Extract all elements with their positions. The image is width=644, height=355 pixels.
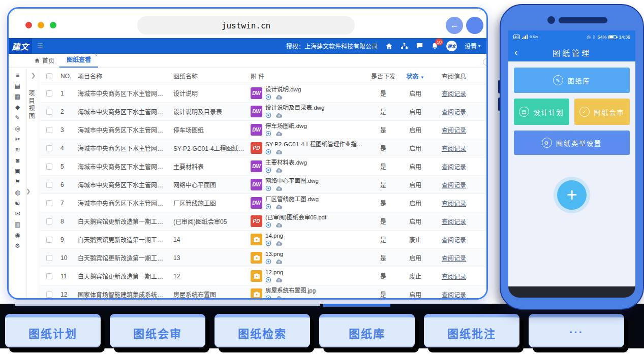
draw-icon[interactable]: ✎ (15, 115, 20, 121)
view-records-link[interactable]: 查阅记录 (442, 218, 466, 225)
brand-avatar[interactable]: 建文 (446, 41, 457, 51)
file-name[interactable]: 网络中心平面图.dwg (265, 178, 319, 184)
drawing-library-button[interactable]: ✎ 图纸库 (514, 68, 630, 93)
download-cloud-icon[interactable] (275, 204, 283, 210)
file-name[interactable]: 14.png (265, 233, 283, 239)
preview-eye-icon[interactable] (265, 149, 271, 155)
sitemap-icon[interactable] (401, 42, 408, 50)
preview-eye-icon[interactable] (265, 185, 271, 191)
preview-eye-icon[interactable] (265, 204, 271, 210)
preview-eye-icon[interactable] (265, 295, 271, 299)
close-icon[interactable]: × (95, 53, 98, 58)
download-cloud-icon[interactable] (275, 185, 283, 191)
download-cloud-icon[interactable] (275, 149, 283, 155)
panel-expander-icon[interactable]: ❯ (27, 68, 40, 79)
download-cloud-icon[interactable] (275, 167, 283, 173)
file-name[interactable]: 13.png (265, 251, 283, 257)
select-all-checkbox[interactable] (46, 73, 52, 79)
key-button[interactable]: 图纸检索 (214, 314, 310, 347)
gear-icon[interactable]: ⚙ (15, 243, 20, 249)
tab-home[interactable]: 首页 (34, 56, 59, 68)
file-name[interactable]: 厂区管线施工图.dwg (265, 196, 319, 203)
shield-icon[interactable]: ◙ (16, 157, 19, 164)
row-checkbox[interactable] (46, 90, 52, 96)
idcard-icon[interactable]: ◉ (15, 232, 20, 238)
menu-icon[interactable]: ≡ (16, 72, 19, 78)
maximize-traffic-light[interactable] (50, 22, 56, 28)
file-name[interactable]: 12.png (265, 269, 283, 276)
view-records-link[interactable]: 查阅记录 (442, 292, 466, 299)
hamburger-icon[interactable]: ☰ (37, 42, 43, 50)
row-checkbox[interactable] (46, 164, 52, 170)
view-records-link[interactable]: 查阅记录 (442, 164, 466, 171)
key-button[interactable]: 图纸库 (319, 314, 415, 347)
file-name[interactable]: SY-P2-GC01-4工程图纸管理作业指引.pdf (265, 141, 364, 148)
tab-drawing-view[interactable]: 图纸查看 × (59, 55, 98, 68)
back-button[interactable]: ← (446, 17, 463, 34)
preview-eye-icon[interactable] (265, 94, 271, 100)
flag-icon[interactable]: ⚑ (15, 179, 20, 185)
profile-button[interactable] (466, 17, 483, 34)
row-checkbox[interactable] (46, 218, 52, 224)
view-records-link[interactable]: 查阅记录 (442, 273, 466, 280)
preview-eye-icon[interactable] (265, 131, 271, 137)
preview-eye-icon[interactable] (265, 112, 271, 118)
file-name[interactable]: 设计说明.dwg (265, 86, 301, 93)
minimize-traffic-light[interactable] (38, 22, 44, 28)
row-checkbox[interactable] (46, 237, 52, 243)
row-checkbox[interactable] (46, 273, 52, 279)
row-checkbox[interactable] (46, 255, 52, 261)
view-records-link[interactable]: 查阅记录 (442, 127, 466, 134)
row-checkbox[interactable] (46, 145, 52, 151)
key-button[interactable]: 图纸会审 (110, 314, 205, 347)
safety-icon[interactable]: ◆ (15, 104, 20, 110)
drawing-type-settings-button[interactable]: ⚙ 图纸类型设置 (514, 131, 630, 155)
chat2-icon[interactable]: ☯ (15, 200, 20, 206)
user-icon[interactable]: ▥ (15, 221, 20, 228)
home-icon[interactable] (385, 42, 393, 50)
preview-eye-icon[interactable] (265, 167, 271, 173)
notification-bell[interactable]: 10 (431, 42, 439, 50)
drawing-review-button[interactable]: ✓ 图纸会审 (574, 99, 630, 125)
view-records-link[interactable]: 查阅记录 (442, 182, 466, 189)
download-cloud-icon[interactable] (275, 295, 283, 299)
download-cloud-icon[interactable] (275, 112, 283, 118)
document-icon[interactable]: ▤ (15, 83, 20, 89)
add-button[interactable]: + (557, 180, 587, 210)
back-chevron-icon[interactable]: ‹ (514, 48, 517, 57)
file-name[interactable]: 设计说明及目录表.dwg (265, 105, 324, 111)
url-bar[interactable]: justwin.cn (137, 16, 355, 35)
download-cloud-icon[interactable] (275, 131, 283, 137)
preview-eye-icon[interactable] (265, 240, 271, 246)
preview-eye-icon[interactable] (265, 277, 271, 283)
key-button[interactable]: 图纸批注 (424, 314, 519, 347)
row-checkbox[interactable] (46, 292, 52, 298)
panel-expander-icon[interactable]: ❯ (26, 188, 30, 195)
mail-icon[interactable]: ✉ (15, 211, 20, 217)
chat-icon[interactable] (416, 42, 423, 50)
download-cloud-icon[interactable] (275, 94, 283, 100)
download-cloud-icon[interactable] (275, 277, 283, 283)
design-plan-button[interactable]: ▤ 设计计划 (514, 99, 569, 125)
close-traffic-light[interactable] (25, 22, 32, 28)
key-button[interactable]: ··· (529, 314, 624, 347)
settings-menu[interactable]: 设置 ▾ (465, 42, 480, 50)
preview-eye-icon[interactable] (265, 222, 271, 228)
project-view-label[interactable]: 项目视图 (27, 90, 40, 120)
header-status[interactable]: 状态 ▼ (400, 72, 431, 80)
download-cloud-icon[interactable] (275, 240, 283, 246)
view-records-link[interactable]: 查阅记录 (442, 200, 466, 207)
key-button[interactable]: 图纸计划 (5, 314, 101, 347)
row-checkbox[interactable] (46, 127, 52, 133)
file-name[interactable]: 主要材料表.dwg (265, 159, 307, 166)
view-records-link[interactable]: 查阅记录 (442, 145, 466, 152)
wifi-icon[interactable]: ≋ (15, 147, 20, 153)
globe-icon[interactable]: ◍ (15, 189, 20, 196)
row-checkbox[interactable] (46, 200, 52, 206)
row-checkbox[interactable] (46, 109, 52, 115)
row-checkbox[interactable] (46, 182, 52, 188)
download-cloud-icon[interactable] (275, 222, 283, 228)
view-records-link[interactable]: 查阅记录 (442, 90, 466, 98)
download-cloud-icon[interactable] (275, 259, 283, 265)
target-icon[interactable]: ◎ (15, 125, 20, 132)
